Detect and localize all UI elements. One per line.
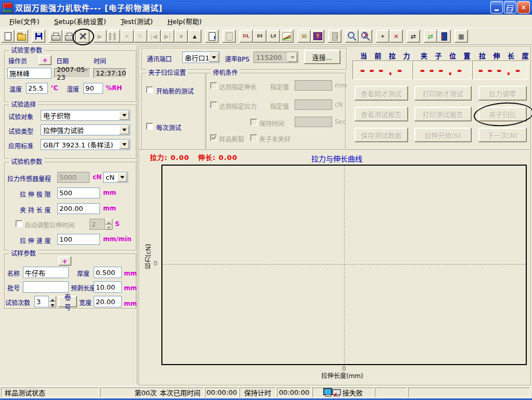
last-record-icon: ▶| (164, 33, 171, 40)
print-preview-icon (65, 35, 74, 41)
minimize-button[interactable] (490, 1, 503, 14)
help-book-button[interactable]: ? (311, 30, 324, 43)
menu-test[interactable]: Test(测试) (116, 15, 158, 28)
transfer-button[interactable]: ⇄ (407, 30, 420, 43)
open-file-button[interactable] (15, 30, 28, 43)
window-title: 双固万能强力机软件--- [电子织物测试] (15, 2, 163, 13)
menu-file[interactable]: File(文件) (4, 15, 45, 28)
reset-test-button: ↻ (134, 30, 147, 43)
data-grid-button[interactable]: ▦ (454, 30, 468, 43)
test-object-label: 试验对象 (8, 112, 33, 121)
send-mail-button[interactable]: ✉ (297, 30, 311, 43)
zoom-extents-button[interactable] (359, 30, 372, 43)
test-count-spinner[interactable] (49, 296, 56, 307)
save-file-button[interactable] (32, 30, 45, 43)
status-elapsed-value-cell: 00:00:00 (205, 388, 238, 397)
clamp-length-input[interactable] (57, 203, 100, 214)
sample-name-input[interactable] (23, 267, 69, 278)
group-machine-params-title: 试验机参数 (9, 158, 44, 166)
delete-record-icon: ✕ (394, 33, 399, 40)
prepeel-input[interactable] (94, 281, 122, 293)
last-record-button: ▶| (161, 30, 174, 43)
cancel-test-button: ✕ (120, 30, 134, 43)
first-record-icon: |◀ (151, 33, 157, 40)
curve-force-length-icon: F∕L (243, 34, 250, 39)
width-input[interactable] (94, 296, 122, 307)
sensor-unit-select[interactable]: cN (103, 172, 128, 183)
x-axis-label: 拉伸长度(mm) (321, 371, 363, 380)
chart-zero-line-vertical (344, 166, 345, 364)
curve-length-time-icon: L∕t (271, 34, 276, 39)
restore-button[interactable] (504, 1, 516, 14)
auto-adjust-checkbox[interactable] (16, 220, 22, 227)
first-record-button: |◀ (147, 30, 161, 43)
chevron-down-icon[interactable] (119, 140, 129, 149)
data-grid-icon: ▦ (458, 33, 464, 40)
curve-force-time-icon: F∕t (257, 34, 262, 39)
chart-zero-line-horizontal (162, 264, 526, 265)
menu-setup[interactable]: Setup(系统设置) (49, 15, 111, 28)
print-button[interactable] (49, 30, 62, 43)
status-connection-cell: ✗ 接失败 (312, 388, 374, 397)
y-axis-label: 拉力(cN) (144, 244, 153, 269)
standard-select[interactable]: GB/T 3923.1 (条样法) (41, 139, 130, 150)
operator-add-button[interactable]: + (39, 55, 52, 65)
roll-number-button[interactable]: 卷号 (58, 296, 77, 307)
delete-record-button[interactable]: ✕ (389, 30, 403, 43)
live-elongation-value: 伸长: 0.00 (198, 154, 237, 161)
exit-door-button[interactable] (437, 30, 451, 43)
status-empty-cell-1 (375, 388, 407, 397)
exit-disabled-icon (332, 32, 338, 41)
curve-length-time-button[interactable]: L∕t (267, 30, 280, 43)
test-type-select[interactable]: 拉伸强力试验 (41, 124, 130, 135)
width-label: 宽度 (79, 298, 92, 307)
transfer-green-button[interactable]: ⇄ (424, 30, 437, 43)
clamp-up-button[interactable]: ▲ (188, 30, 201, 43)
menu-help[interactable]: Help(帮助) (162, 15, 207, 28)
thickness-input[interactable] (94, 267, 122, 278)
zoom-button[interactable] (345, 30, 359, 43)
stop-test-icon: ■ (179, 33, 183, 40)
reset-test-icon: ↻ (138, 33, 143, 40)
close-button[interactable]: ✕ (517, 1, 530, 14)
stretch-limit-unit: mm (103, 189, 116, 196)
test-count-input[interactable] (34, 296, 49, 307)
chevron-down-icon[interactable] (119, 126, 129, 134)
sensor-unit-label: cN (93, 173, 102, 181)
humidity-label: 湿度 (67, 84, 79, 93)
title-bar: 双固万能强力机软件--- [电子织物测试] ✕ (0, 0, 532, 15)
print-icon (52, 35, 60, 41)
humidity-input[interactable] (83, 83, 103, 94)
pause-test-button: ▌▌ (107, 30, 120, 43)
export-data-button[interactable] (205, 30, 219, 43)
live-force-value: 拉力: 0.00 (150, 154, 189, 161)
chevron-down-icon[interactable] (117, 173, 127, 182)
stretch-limit-input[interactable] (57, 188, 100, 198)
print-preview-button[interactable] (62, 30, 76, 43)
sensor-range-input (57, 172, 90, 183)
live-values: 拉力: 0.00 伸长: 0.00 (150, 152, 237, 162)
width-unit: mm (124, 300, 137, 307)
add-record-button[interactable]: + (376, 30, 389, 43)
stop-test-button: ■ (174, 30, 188, 43)
batch-input[interactable] (23, 281, 69, 293)
save-file-icon (35, 33, 42, 40)
new-file-icon (5, 32, 11, 41)
clamp-length-unit: mm (103, 205, 116, 212)
group-sample-params-title: 试样参数 (9, 249, 38, 258)
operator-label: 操作员 (8, 56, 27, 65)
operator-input[interactable] (7, 68, 52, 79)
new-file-button[interactable] (1, 30, 15, 43)
sample-add-button[interactable]: + (58, 256, 71, 266)
curve-force-time-button[interactable]: F∕t (253, 30, 267, 43)
auto-adjust-input (90, 219, 105, 230)
curve-force-length-button[interactable]: F∕L (239, 30, 253, 43)
test-object-select[interactable]: 电子织物 (41, 110, 130, 121)
chevron-down-icon[interactable] (119, 111, 129, 120)
system-settings-button[interactable] (76, 30, 90, 43)
stretch-speed-input[interactable] (57, 234, 100, 245)
clamp-length-label: 夹 持 长 度 (20, 205, 50, 214)
curve-view-button[interactable] (280, 30, 294, 43)
test-count-label: 试验次数 (5, 298, 30, 307)
temperature-input[interactable] (26, 83, 48, 94)
